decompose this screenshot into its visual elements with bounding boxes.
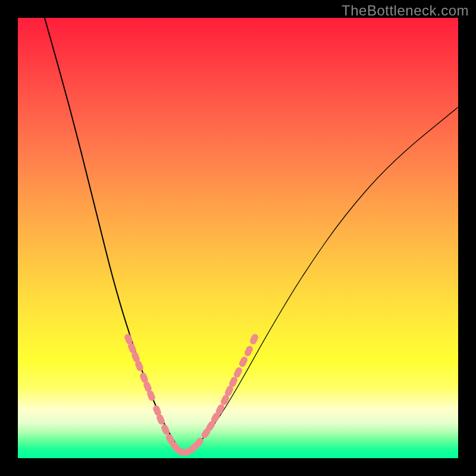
curve-marker: [238, 355, 249, 368]
curve-marker: [243, 345, 254, 358]
curve-marker: [160, 424, 171, 436]
chart-frame: TheBottleneck.com: [0, 0, 476, 476]
curve-layer: [18, 18, 458, 458]
curve-markers: [124, 333, 259, 457]
curve-marker: [249, 333, 259, 346]
bottleneck-curve-left: [45, 18, 181, 452]
watermark-text: TheBottleneck.com: [342, 2, 469, 19]
plot-area: [18, 18, 458, 458]
